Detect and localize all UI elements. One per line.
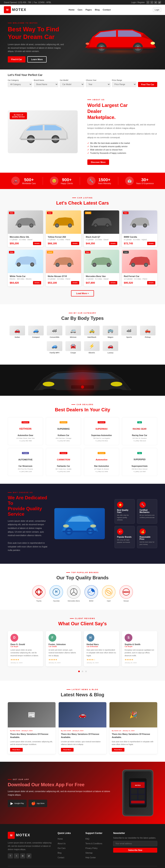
model-field: Car Model Car Model [60, 79, 84, 87]
service-feature-brands: 🏷 Popular Brands We carry all major popu… [115, 526, 135, 548]
nav-contact[interactable]: Contact [103, 8, 111, 11]
svg-point-42 [93, 264, 95, 266]
car-detail-btn-6[interactable]: Details [71, 281, 79, 284]
facebook-icon[interactable]: f [147, 1, 150, 4]
body-type-sedan[interactable]: 🚗 Sedan [9, 326, 25, 338]
body-type-compact[interactable]: 🚙 Compact [28, 326, 44, 338]
car-img-svg-3 [89, 215, 114, 229]
footer-link-sitemap[interactable]: Sitemap [85, 851, 107, 855]
dot-3[interactable] [85, 671, 87, 672]
login-link[interactable]: Login / Register [131, 1, 145, 3]
footer-link-help[interactable]: Help Center [85, 856, 107, 859]
body-type-convertible[interactable]: 🏎 Convertible [47, 326, 62, 338]
car-detail-btn-2[interactable]: Details [71, 242, 79, 245]
car-detail-btn-3[interactable]: Details [109, 242, 117, 245]
car-specs-3: 4 Cylinder · 2.5 miles · Diesel [86, 239, 117, 241]
google-icon[interactable]: g+ [158, 1, 161, 4]
search-button[interactable]: Find The Car [138, 82, 157, 87]
body-type-minivan[interactable]: 🚐 Minivan [66, 326, 81, 338]
footer-twitter-icon[interactable]: t [14, 854, 19, 859]
twitter-icon[interactable]: t [150, 1, 153, 4]
newsletter-subscribe-button[interactable]: Subscribe Now [113, 848, 157, 852]
model-select[interactable]: Car Model [60, 82, 84, 87]
brand-opel[interactable]: Opel [102, 585, 116, 602]
dealer-info-5: 654 Pine Rd, Phoenix+1 (567) 890-1234 [11, 468, 40, 473]
body-type-hatchback[interactable]: 🚕 Hatchback [84, 326, 99, 338]
about-content: ABOUT US World Largest Car Dealer Market… [87, 99, 157, 165]
body-type-wagon[interactable]: 🚌 Wagon [103, 326, 118, 338]
luxury-label: Luxury [103, 352, 118, 354]
newsletter-email-input[interactable] [113, 841, 157, 846]
body-type-pickup[interactable]: 🛻 Pickup [140, 326, 156, 338]
footer-link-terms[interactable]: Terms & Conditions [85, 841, 107, 845]
discover-more-button[interactable]: Discover More [87, 159, 109, 165]
brand-nissan[interactable]: NISSAN Nissan [119, 585, 133, 602]
load-more-button[interactable]: Load More + [71, 290, 94, 297]
brand-hyundai[interactable]: H Hyundai [49, 585, 63, 602]
brand-bmw[interactable]: BMW [84, 585, 98, 602]
latest-cars-header: CAR LISTING Let's Check Latest Cars [8, 197, 157, 206]
car-detail-btn-8[interactable]: Details [147, 281, 155, 284]
body-type-coupe[interactable]: 🚘 Coupe [66, 341, 81, 354]
dealer-info-6: 987 Cedar Ave, Seattle+1 (678) 901-2345 [49, 468, 78, 473]
body-type-luxury[interactable]: 🚗 Luxury [103, 341, 118, 354]
read-more-btn-3[interactable]: Read More [112, 748, 124, 752]
car-name-2: Yellow Ferrari 250 [48, 236, 79, 238]
year-select[interactable]: Year [86, 82, 110, 87]
hatchback-label: Hatchback [84, 336, 99, 338]
brand-select[interactable]: Brand Name [34, 82, 58, 87]
footer-about-col: M MOTEX Lorem ipsum dolor sit amet, cons… [8, 832, 52, 860]
app-store-button[interactable]: 🍎 App Store [29, 800, 47, 807]
learn-more-button[interactable]: Learn More [27, 56, 47, 62]
nav-cars[interactable]: Cars [78, 8, 82, 11]
footer-support-heading: Support Center [85, 832, 107, 835]
electric-icon: ⚡ [84, 341, 99, 351]
read-more-btn-1[interactable]: Read More [10, 748, 23, 752]
footer-link-contact[interactable]: Contact [58, 856, 80, 859]
car-tag-7: New [85, 251, 90, 253]
find-car-button[interactable]: Find A Car [8, 56, 26, 62]
blog-title: Latest News & Blog [8, 692, 157, 698]
dot-1[interactable] [78, 671, 80, 672]
brand-mercedes[interactable]: Mercedes Benz [67, 585, 81, 602]
car-detail-btn-7[interactable]: Details [109, 281, 117, 284]
nav-pages[interactable]: Pages [85, 8, 92, 11]
app-store-label: App Store [37, 802, 44, 804]
category-select[interactable]: All Category [8, 82, 32, 87]
car-detail-btn-4[interactable]: Details [147, 242, 155, 245]
car-detail-btn-5[interactable]: Details [33, 281, 41, 284]
footer-fb-icon[interactable]: f [8, 854, 13, 859]
nav-home[interactable]: Home [69, 8, 75, 11]
dot-2[interactable] [82, 671, 83, 672]
footer-link-home[interactable]: Home [58, 837, 80, 840]
footer-link-about[interactable]: About Us [58, 841, 80, 845]
dealer-logo-text-7: Automotive [96, 459, 108, 461]
dealers-grid: Featured KEITHSON Automotive Gear 123 Ma… [8, 417, 157, 476]
nav-blog[interactable]: Blog [95, 8, 99, 11]
logo[interactable]: M MOTEX [4, 6, 27, 13]
google-play-button[interactable]: ▶ Google Play [8, 800, 27, 807]
footer-link-blog[interactable]: Blog [58, 851, 80, 855]
price-select[interactable]: Price Range [112, 82, 136, 87]
latest-cars-tag: CAR LISTING [8, 197, 157, 199]
car-detail-btn-1[interactable]: Details [33, 242, 41, 245]
footer-link-faq[interactable]: FAQ [85, 837, 107, 840]
footer-link-cars[interactable]: Our Cars [58, 846, 80, 850]
footer-link-privacy[interactable]: Privacy Policy [85, 846, 107, 850]
linkedin-icon[interactable]: in [154, 1, 157, 4]
svg-point-20 [30, 224, 33, 227]
login-button[interactable]: Login [153, 8, 161, 12]
dealer-name-3: Supermax Automotive [87, 434, 116, 436]
car-price-5: $64,420 [10, 281, 19, 284]
footer-linkedin-icon[interactable]: in [20, 854, 25, 859]
service-tag: WHY CHOOSE US [8, 492, 48, 493]
svg-rect-16 [20, 138, 67, 140]
service-feature-quality: ⭐ Best Quality Cars We offer only the hi… [115, 499, 135, 524]
body-type-electric[interactable]: ⚡ Electric [84, 341, 99, 354]
brands-section: TOP POPULAR BRANDS Our Top Quality Brand… [0, 564, 165, 610]
body-type-sports[interactable]: 🏎 Sports [121, 326, 137, 338]
read-more-btn-2[interactable]: Read More [61, 748, 74, 752]
body-type-family-mpv[interactable]: 🚙 Family MPV [47, 341, 62, 354]
footer-youtube-icon[interactable]: yt [27, 854, 32, 859]
brand-toyota[interactable]: Toyota [32, 585, 46, 602]
